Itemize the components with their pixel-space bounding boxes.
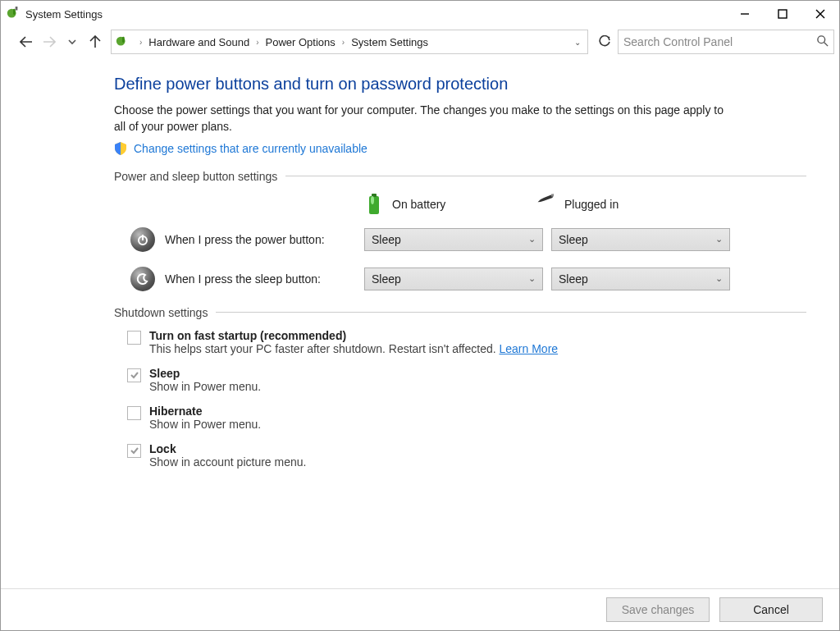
refresh-button[interactable] [593,30,616,53]
change-settings-link[interactable]: Change settings that are currently unava… [134,142,368,155]
hibernate-desc: Show in Power menu. [149,418,261,431]
svg-rect-14 [551,194,554,196]
chevron-right-icon: › [337,38,349,47]
chevron-down-icon: ⌄ [715,273,723,284]
section-power-sleep: Power and sleep button settings [114,170,806,183]
forward-button[interactable] [39,31,60,53]
battery-icon [364,193,384,216]
recent-dropdown[interactable] [62,31,83,53]
hibernate-checkbox[interactable] [127,406,141,420]
search-icon [817,35,829,49]
close-button[interactable] [801,2,839,26]
lock-desc: Show in account picture menu. [149,455,306,469]
chevron-down-icon: ⌄ [528,234,536,245]
chevron-down-icon[interactable]: ⌄ [571,38,584,47]
footer: Save changes Cancel [1,588,839,630]
sleep-icon [130,267,155,291]
plug-icon [536,193,556,216]
sleep-checkbox[interactable] [127,368,141,382]
fast-startup-title: Turn on fast startup (recommended) [149,329,558,342]
window-title: System Settings [25,8,726,21]
control-panel-icon [115,34,130,49]
section-label: Power and sleep button settings [114,170,277,183]
svg-point-13 [371,196,374,204]
breadcrumb-power-options[interactable]: Power Options [264,36,337,48]
col-on-battery: On battery [392,198,445,211]
sleep-title: Sleep [149,367,261,380]
app-icon [6,7,21,21]
fast-startup-desc: This helps start your PC faster after sh… [149,342,500,355]
svg-rect-4 [778,10,787,18]
chevron-down-icon: ⌄ [715,234,723,245]
fast-startup-checkbox[interactable] [127,331,141,345]
breadcrumb-hardware[interactable]: Hardware and Sound [147,36,251,48]
power-button-plugged-select[interactable]: Sleep⌄ [551,228,730,251]
page-title: Define power buttons and turn on passwor… [114,75,806,94]
power-button-label: When I press the power button: [165,233,325,246]
address-box[interactable]: › Hardware and Sound › Power Options › S… [111,30,588,54]
sleep-desc: Show in Power menu. [149,380,261,393]
intro-text: Choose the power settings that you want … [114,102,737,135]
svg-rect-2 [16,7,18,11]
minimize-button[interactable] [726,2,764,26]
chevron-right-icon: › [251,38,263,47]
svg-rect-8 [122,37,125,43]
section-label: Shutdown settings [114,306,208,319]
section-shutdown: Shutdown settings [114,306,806,319]
learn-more-link[interactable]: Learn More [500,342,559,355]
col-plugged-in: Plugged in [564,198,619,211]
content: Define power buttons and turn on passwor… [1,57,839,588]
power-button-battery-select[interactable]: Sleep⌄ [364,228,543,251]
sleep-button-label: When I press the sleep button: [165,272,321,286]
back-button[interactable] [16,31,37,53]
lock-title: Lock [149,442,306,455]
svg-rect-11 [369,196,379,214]
sleep-button-plugged-select[interactable]: Sleep⌄ [551,267,730,290]
svg-point-9 [818,35,825,43]
lock-checkbox[interactable] [127,444,141,458]
shield-icon [114,142,127,155]
chevron-down-icon: ⌄ [528,273,536,284]
breadcrumb-system-settings[interactable]: System Settings [349,36,430,48]
save-button[interactable]: Save changes [606,597,710,622]
hibernate-title: Hibernate [149,405,261,418]
maximize-button[interactable] [764,2,801,26]
power-icon [130,227,155,252]
titlebar: System Settings [1,1,839,27]
search-placeholder: Search Control Panel [623,35,733,48]
sleep-button-battery-select[interactable]: Sleep⌄ [364,267,543,290]
search-input[interactable]: Search Control Panel [618,30,834,54]
svg-line-10 [824,42,828,45]
window: System Settings › Hardware and Sound › P… [0,0,840,631]
cancel-button[interactable]: Cancel [719,597,823,622]
up-button[interactable] [84,31,106,53]
navbar: › Hardware and Sound › Power Options › S… [1,27,839,57]
chevron-right-icon: › [135,38,147,47]
svg-rect-1 [13,9,16,15]
